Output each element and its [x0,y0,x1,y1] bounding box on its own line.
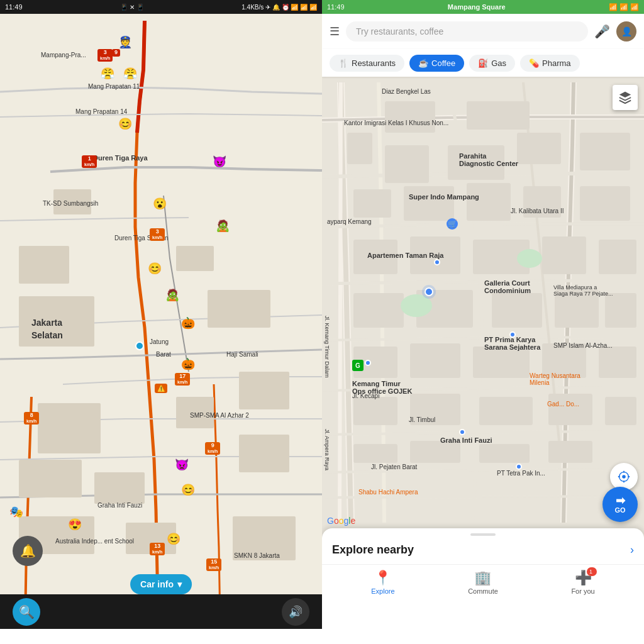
svg-rect-31 [542,236,586,274]
waze-status-icons: 📱✕📱 [120,4,144,11]
emoji-happy3: 😊 [181,484,195,496]
svg-rect-27 [580,186,630,221]
svg-rect-1 [53,189,91,214]
nav-explore[interactable]: 📍 Explore [358,570,407,595]
gmaps-time: 11:49 [327,3,345,11]
explore-nearby-row[interactable]: Explore nearby › [322,541,644,564]
user-location-dot [425,287,433,296]
googlemaps-map[interactable]: Diaz Bengkel Las Kantor Imigrasi Kelas I… [322,77,644,528]
speed-badge-13: 13km/h [150,543,165,555]
gmaps-status-bar: 11:49 Mampang Square 📶 📶 📶 [322,0,644,14]
waze-panel: 11:49 📱✕📱 1.4KB/s ✈ 🔔 ⏰ 📶 📶 📶 [0,0,322,629]
chip-coffee[interactable]: ☕ Coffee [409,55,464,72]
go-arrow-icon: ➡ [616,495,625,506]
emoji-happy2: 😊 [148,263,162,274]
waze-search-icon: 🔍 [19,604,35,619]
gmap-orange-gado: Gad... Do... [547,401,579,408]
google-logo: Google [327,516,355,526]
chip-pharma-label: Pharma [542,58,571,68]
speed-badge-3-1: 3km/h [97,49,113,62]
svg-rect-32 [599,240,636,274]
chip-gas-label: Gas [491,58,506,68]
svg-rect-11 [239,435,289,472]
svg-point-53 [517,249,542,268]
poi-superindo[interactable]: 🛒 [447,218,458,230]
waze-status-bar: 11:49 📱✕📱 1.4KB/s ✈ 🔔 ⏰ 📶 📶 📶 [0,0,322,14]
chip-pharma[interactable]: 💊 Pharma [520,55,580,72]
waze-blue-dot [135,341,144,350]
location-icon [617,470,631,484]
emoji-pumpkin2: 🎃 [181,358,195,370]
chip-gas[interactable]: ⛽ Gas [469,55,515,72]
chip-coffee-label: Coffee [431,58,455,68]
go-label: GO [614,506,625,514]
emoji-zombie1: 🧟 [216,220,230,231]
svg-rect-37 [605,293,636,328]
svg-rect-14 [233,516,296,560]
svg-rect-7 [38,403,101,453]
speed-badge-9-2: 9km/h [205,442,220,455]
commute-nav-label: Commute [468,587,498,595]
avatar-icon: 👤 [621,26,632,36]
svg-rect-44 [410,394,460,425]
emoji-car1: 😤 [101,68,114,79]
svg-point-54 [622,475,626,479]
gmaps-road-svg [322,77,644,528]
waze-search-button[interactable]: 🔍 [13,598,40,626]
chip-restaurants[interactable]: 🍴 Restaurants [330,55,404,72]
poi-gojek[interactable] [365,360,371,366]
poi-tetra[interactable] [516,464,522,470]
svg-rect-40 [473,347,530,378]
svg-rect-46 [548,394,592,425]
speed-badge-1: 1km/h [82,155,97,168]
pharma-icon: 💊 [529,58,539,68]
svg-rect-21 [517,133,561,164]
mic-button[interactable]: 🎤 [594,24,610,39]
poi-taman-raja[interactable] [434,259,440,265]
my-location-button[interactable] [610,463,638,491]
poi-graha-inti[interactable] [459,429,465,435]
waze-bottom-bar: 🔍 🔊 [0,594,322,629]
explore-nav-label: Explore [371,587,394,595]
nav-for-you[interactable]: ➕ 1 For you [558,570,607,595]
svg-rect-5 [208,290,270,328]
svg-rect-29 [410,236,460,274]
svg-rect-28 [353,240,397,274]
speed-badge-3-2: 3km/h [150,228,165,241]
emoji-car2: 😤 [123,68,137,79]
alert-bell-button[interactable]: 🔔 [13,536,43,566]
nav-commute[interactable]: 🏢 Commute [455,570,511,595]
svg-rect-6 [239,372,289,409]
bottom-sheet-handle [470,533,496,536]
svg-rect-47 [605,397,636,425]
user-avatar-button[interactable]: 👤 [616,21,636,42]
emoji-devil: 👿 [175,459,189,470]
layers-icon [618,91,632,104]
hamburger-menu-icon[interactable]: ☰ [330,25,340,38]
foryou-nav-icon: ➕ [575,570,592,586]
waze-time: 11:49 [5,3,23,11]
go-navigation-button[interactable]: ➡ GO [602,487,638,522]
foryou-notification-badge: 1 [588,567,597,576]
coffee-icon: ☕ [418,58,428,68]
svg-rect-16 [385,101,435,133]
explore-nearby-title: Explore nearby [332,543,414,557]
svg-rect-35 [492,293,542,328]
speed-badge-15: 15km/h [206,558,221,571]
svg-rect-45 [479,397,533,425]
emoji-surprised: 😮 [153,198,167,209]
waze-sound-button[interactable]: 🔊 [282,598,309,626]
waze-status-right: 1.4KB/s ✈ 🔔 ⏰ 📶 📶 📶 [242,4,317,11]
svg-rect-10 [94,472,145,504]
svg-rect-2 [19,246,69,284]
layers-button[interactable] [613,85,638,110]
svg-rect-19 [385,145,429,183]
search-input[interactable]: Try restaurants, coffee [346,21,588,42]
svg-rect-33 [353,293,404,328]
poi-prima[interactable] [509,331,516,338]
waze-map[interactable]: Mampang-Pra... Mang Prapatan 11 Mang Pra… [0,0,322,629]
emoji-pumpkin1: 🎃 [181,318,195,329]
googlemaps-panel: 11:49 Mampang Square 📶 📶 📶 ☰ Try restaur… [322,0,644,629]
car-info-button[interactable]: Car info ▾ [130,574,192,594]
svg-rect-18 [347,133,372,164]
